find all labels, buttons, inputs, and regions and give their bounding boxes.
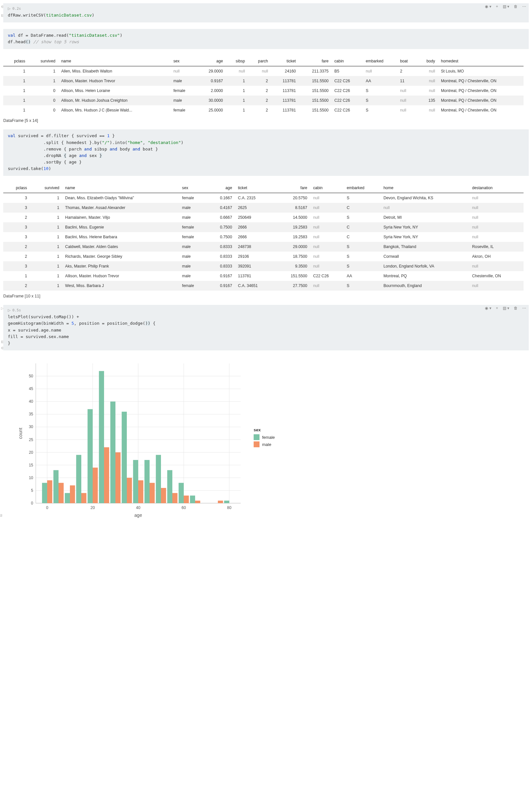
table-cell: 1 — [30, 261, 62, 271]
actions-icon[interactable]: ▧ ▾ — [503, 4, 509, 9]
table-cell: 2 — [248, 105, 271, 115]
table-cell: null — [248, 66, 271, 76]
table-cell: 1 — [226, 95, 248, 105]
table-cell: C — [344, 203, 380, 213]
run-time: 0.5s — [12, 308, 21, 312]
code-line[interactable]: val survived = df.filter { survived == 1… — [8, 133, 524, 139]
table-cell: 1 — [3, 95, 28, 105]
run-icon[interactable]: ▷ — [8, 308, 11, 312]
table-cell: 2666 — [235, 232, 275, 242]
visibility-icon[interactable]: ◉ ▾ — [485, 4, 491, 9]
column-header: fare — [275, 183, 310, 193]
code-line[interactable]: letsPlot(survived.toMap()) + — [8, 314, 524, 320]
code-cell-1: ⊖ ⊟ ◉ ▾ + ▧ ▾ 🗑 ⋯ ▷ 0.2s dfRaw.writeCSV(… — [3, 3, 529, 22]
table-cell: S — [363, 105, 397, 115]
more-icon[interactable]: ⋯ — [522, 306, 526, 310]
table-cell: 0.7500 — [207, 222, 235, 232]
column-header: name — [58, 56, 170, 66]
dataframe-table-1: pclasssurvivednamesexagesibspparchticket… — [3, 56, 523, 115]
table-cell: S — [344, 213, 380, 222]
code-area[interactable]: ◉ ▾ + ▧ ▾ 🗑 ⋯ ▷ 0.5s letsPlot(survived.t… — [3, 305, 529, 350]
table-cell: 1 — [30, 232, 62, 242]
code-line[interactable]: geomHistogram(binWidth = 5, position = p… — [8, 320, 524, 327]
table-cell: Bangkok, Thailand — [380, 242, 469, 251]
table-row: 11Allen, Miss. Elisabeth Waltonnull29.00… — [3, 66, 523, 76]
legend-row-male: male — [254, 441, 275, 447]
table-cell: Montreal, PQ / Chesterville, ON — [438, 76, 523, 86]
bar-female — [99, 371, 104, 503]
visibility-icon[interactable]: ◉ ▾ — [485, 306, 491, 310]
code-line[interactable]: survived.take(10) — [8, 166, 524, 172]
svg-text:0: 0 — [31, 501, 33, 505]
bar-male — [47, 480, 52, 503]
run-icon[interactable]: ▷ — [8, 6, 11, 11]
table-cell: null — [397, 86, 417, 95]
table-cell: Montreal, PQ / Chesterville, ON — [438, 105, 523, 115]
bar-female — [65, 493, 70, 503]
table-cell: 2 — [3, 242, 30, 251]
column-header: sibsp — [226, 56, 248, 66]
trash-icon[interactable]: 🗑 — [514, 306, 518, 310]
table-cell: null — [380, 203, 469, 213]
column-header: cabin — [310, 183, 344, 193]
code-line[interactable]: } — [8, 340, 524, 347]
code-line[interactable]: val df = DataFrame.read("titanicDataset.… — [8, 32, 524, 39]
table-cell: B5 — [331, 66, 363, 76]
table-cell: 2 — [397, 66, 417, 76]
table-cell: 1 — [30, 213, 62, 222]
code-line[interactable]: fill = survived.sex.name — [8, 334, 524, 340]
table-cell: 2 — [3, 213, 30, 222]
run-time: 0.2s — [12, 6, 21, 11]
table-cell: 2666 — [235, 222, 275, 232]
column-header: home — [380, 183, 469, 193]
column-header: body — [417, 56, 438, 66]
table-cell: 30.0000 — [196, 95, 226, 105]
table-cell: 8.5167 — [275, 203, 310, 213]
add-icon[interactable]: + — [496, 306, 498, 310]
cell-toolbar: ◉ ▾ + ▧ ▾ 🗑 ⋯ — [485, 4, 526, 9]
bar-female — [88, 409, 93, 503]
code-line[interactable]: x = survived.age.name — [8, 327, 524, 334]
table-cell: Aks, Master. Philip Frank — [62, 261, 179, 271]
bar-female — [53, 470, 59, 503]
column-header: name — [62, 183, 179, 193]
table-cell: null — [310, 213, 344, 222]
fold-icon[interactable]: ⊟ — [0, 513, 2, 518]
table-cell: Caldwell, Master. Alden Gates — [62, 242, 179, 251]
code-area[interactable]: val survived = df.filter { survived == 1… — [3, 129, 529, 176]
trash-icon[interactable]: 🗑 — [514, 4, 518, 9]
code-line[interactable]: df.head() // show top 5 rows — [8, 39, 524, 45]
table-cell: 0.9167 — [207, 281, 235, 291]
code-line[interactable]: dfRaw.writeCSV(titanicDataset.csv) — [8, 12, 524, 18]
table-cell: 151.5500 — [299, 86, 332, 95]
code-cell-4: ▷ ⊟ ⊖ ◉ ▾ + ▧ ▾ 🗑 ⋯ ▷ 0.5s letsPlot(surv… — [3, 305, 529, 519]
code-line[interactable]: .remove { parch and sibsp and body and b… — [8, 146, 524, 152]
table-cell: null — [469, 261, 523, 271]
table-cell: 1 — [30, 203, 62, 213]
table-cell: S — [344, 242, 380, 251]
actions-icon[interactable]: ▧ ▾ — [503, 306, 509, 310]
code-line[interactable]: .dropNA { age and sex } — [8, 152, 524, 159]
table-cell: 1 — [28, 66, 59, 76]
code-line[interactable]: .split { homedest }.by("/").into("home",… — [8, 139, 524, 146]
table-cell: 29.0000 — [196, 66, 226, 76]
more-icon[interactable]: ⋯ — [522, 4, 526, 9]
bar-male — [116, 453, 121, 503]
add-icon[interactable]: + — [496, 4, 498, 9]
table-cell: null — [170, 66, 196, 76]
bar-male — [59, 483, 64, 503]
code-area[interactable]: val df = DataFrame.read("titanicDataset.… — [3, 29, 529, 49]
code-area[interactable]: ◉ ▾ + ▧ ▾ 🗑 ⋯ ▷ 0.2s dfRaw.writeCSV(tita… — [3, 3, 529, 22]
svg-text:count: count — [18, 428, 23, 439]
table-cell: 113781 — [271, 105, 299, 115]
table-cell: Cornwall — [380, 251, 469, 261]
code-line[interactable]: .sortBy { age } — [8, 159, 524, 166]
table-cell: null — [469, 281, 523, 291]
table-cell: 0 — [28, 95, 59, 105]
bar-female — [167, 470, 172, 503]
table-cell: 0 — [28, 86, 59, 95]
table-cell: 27.7500 — [275, 281, 310, 291]
table-cell: null — [417, 76, 438, 86]
table-cell: 1 — [30, 242, 62, 251]
table-cell: female — [179, 232, 207, 242]
